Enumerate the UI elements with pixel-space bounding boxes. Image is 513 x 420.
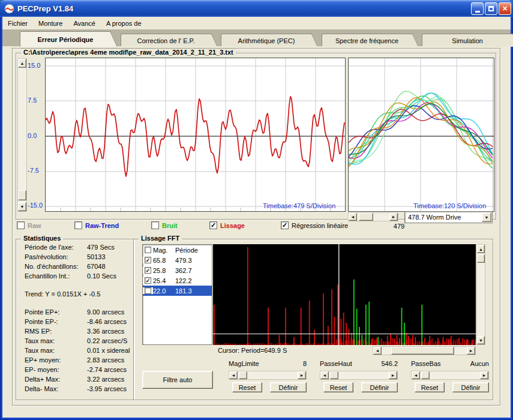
stat-label: Taux max: xyxy=(25,337,55,344)
vscroll-thumb[interactable] xyxy=(18,190,26,200)
maglimite-slider-right-icon[interactable]: ► xyxy=(298,371,306,379)
fft-vscroll-thumb[interactable] xyxy=(477,254,485,263)
fft-scroll-up-icon[interactable]: ▲ xyxy=(477,245,485,253)
scroll-left-icon[interactable]: ◄ xyxy=(349,213,357,221)
stats-title: Statistiques xyxy=(21,235,63,242)
checkbox-icon[interactable] xyxy=(17,221,25,229)
y-tick-label: -15.0 xyxy=(28,202,44,209)
filtre-auto-button[interactable]: Filtre auto xyxy=(142,371,213,389)
checkbox-icon[interactable] xyxy=(151,221,159,229)
tab-strip: Erreur PériodiqueCorrection de l' E.P.Ar… xyxy=(2,29,511,46)
checkbox-icon[interactable]: ✓ xyxy=(281,221,289,229)
title-bar[interactable]: PECPrep V1.84 ✕ xyxy=(0,0,513,17)
row-checkbox[interactable]: ✓ xyxy=(145,257,151,263)
filter-checkbox-lissage[interactable]: ✓Lissage xyxy=(209,221,245,229)
fft-scroll-left-icon[interactable]: ◄ xyxy=(373,347,382,355)
passebas-slider[interactable]: ◄► xyxy=(411,371,489,380)
fft-table-row[interactable]: ✓22.0181.3 xyxy=(143,286,212,296)
menu-item-avanc-[interactable]: Avancé xyxy=(68,19,101,28)
passehaut-slider-left-icon[interactable]: ◄ xyxy=(320,371,329,379)
filter-checkbox-bruit[interactable]: Bruit xyxy=(151,221,178,229)
fft-scroll-down-icon[interactable]: ▼ xyxy=(477,336,485,344)
scroll-right-icon[interactable]: ► xyxy=(389,213,398,221)
fft-scroll-right-icon[interactable]: ► xyxy=(467,347,475,355)
stat-label: RMS EP: xyxy=(25,328,52,335)
stat-row: No. d'échantillons:67048 xyxy=(25,263,130,272)
tab-erreur-p-riodique[interactable]: Erreur Périodique xyxy=(20,31,111,47)
passebas-definir-button[interactable]: Définir xyxy=(452,382,489,392)
menu-item-fichier[interactable]: Fichier xyxy=(2,19,33,28)
fft-table-row[interactable]: ✓25.4122.2 xyxy=(143,275,212,286)
minimize-button[interactable] xyxy=(471,2,484,15)
fft-spectrum-chart[interactable] xyxy=(213,244,476,345)
dropdown-arrow-icon[interactable]: ▼ xyxy=(482,212,491,222)
passehaut-definir-button[interactable]: Définir xyxy=(361,382,398,392)
passebas-slider-left-icon[interactable]: ◄ xyxy=(412,371,420,379)
stat-label: Période de l'axe: xyxy=(25,244,74,251)
row-checkbox[interactable]: ✓ xyxy=(145,277,151,284)
maximize-button[interactable] xyxy=(485,2,497,15)
menu-item-monture[interactable]: Monture xyxy=(33,19,68,28)
scroll-up-icon[interactable]: ▲ xyxy=(18,59,26,68)
col-header-mag[interactable]: Mag. xyxy=(153,247,175,254)
maglimite-value: 8 xyxy=(271,360,307,367)
row-checkbox[interactable]: ✓ xyxy=(145,287,151,294)
fft-table-row[interactable]: ✓25.8362.7 xyxy=(143,265,212,275)
menu-item-a-propos-de[interactable]: A propos de xyxy=(101,19,147,28)
stat-value: -2.74 arcsecs xyxy=(87,366,127,373)
cycle-scrollbar[interactable]: ◄ ► xyxy=(348,212,398,221)
stat-row: Taux max:0.22 arcsec/S xyxy=(25,337,130,347)
close-icon: ✕ xyxy=(502,5,508,13)
fft-hscrollbar[interactable]: ◄ ► xyxy=(373,346,476,355)
tab-spectre-de-fr-quence[interactable]: Spectre de fréquence xyxy=(322,34,413,47)
stat-row: Pas/révolution:50133 xyxy=(25,253,130,263)
passehaut-label: PasseHaut xyxy=(320,360,352,367)
tab-correction-de-l-e-p-[interactable]: Correction de l' E.P. xyxy=(121,34,212,47)
stat-value: 479 Secs xyxy=(87,244,115,251)
y-tick-label: 15.0 xyxy=(28,62,44,69)
passehaut-reset-button[interactable]: Reset xyxy=(323,382,353,392)
tab-arithm-tique-pec-[interactable]: Arithmétique (PEC) xyxy=(221,34,312,47)
worm-period-value: 479 xyxy=(387,223,411,230)
y-tick-label: 7.5 xyxy=(28,97,44,104)
passehaut-slider-right-icon[interactable]: ► xyxy=(389,371,397,379)
fft-table-row[interactable]: ✓65.8479.3 xyxy=(143,255,212,265)
passehaut-slider-thumb[interactable] xyxy=(330,371,338,379)
fft-hscroll-thumb[interactable] xyxy=(391,347,454,355)
passehaut-slider[interactable]: ◄► xyxy=(320,371,398,380)
stat-label: Delta+ Max: xyxy=(25,376,60,383)
maglimite-slider[interactable]: ◄► xyxy=(229,371,307,380)
passebas-slider-right-icon[interactable]: ► xyxy=(480,371,488,379)
scroll-down-icon[interactable]: ▼ xyxy=(18,202,26,211)
filter-checkbox-raw-trend[interactable]: Raw-Trend xyxy=(74,221,119,229)
passebas-reset-button[interactable]: Reset xyxy=(415,382,445,392)
maglimite-definir-button[interactable]: Définir xyxy=(270,382,307,392)
tab-simulation[interactable]: Simulation xyxy=(422,34,513,47)
worm-cycles-chart xyxy=(348,58,494,212)
checkbox-icon[interactable] xyxy=(74,221,82,229)
filter-checkbox-r-gression-lin-aire[interactable]: ✓Régression linéaire xyxy=(281,221,348,229)
stats-group-box: Statistiques Période de l'axe:479 SecsPa… xyxy=(16,239,134,400)
row-checkbox[interactable]: ✓ xyxy=(145,267,151,274)
stat-value: -3.95 arcsecs xyxy=(87,385,127,392)
maglimite-slider-left-icon[interactable]: ◄ xyxy=(229,371,238,379)
stat-value: 3.36 arcsecs xyxy=(87,328,124,335)
header-checkbox[interactable] xyxy=(145,247,151,253)
checkbox-icon[interactable]: ✓ xyxy=(209,221,217,229)
fft-component-table[interactable]: Mag.Période✓65.8479.3✓25.8362.7✓25.4122.… xyxy=(142,244,212,345)
stat-row: Pointe EP-:-8.46 arcsecs xyxy=(25,318,130,328)
minimize-icon xyxy=(475,11,480,13)
passebas-slider-thumb[interactable] xyxy=(421,371,430,379)
worm-drive-combobox[interactable]: 478.7 Worm Drive ▼ xyxy=(404,211,493,223)
filter-checkbox-raw[interactable]: Raw xyxy=(17,221,41,229)
fft-vscrollbar[interactable]: ▲ ▼ xyxy=(476,244,485,345)
close-button[interactable]: ✕ xyxy=(499,2,511,15)
col-header-periode[interactable]: Période xyxy=(175,247,198,254)
main-chart-vscrollbar[interactable]: ▲ ▼ xyxy=(17,58,27,212)
stat-value: 0.10 Secs xyxy=(87,272,116,280)
cycle-scroll-thumb[interactable] xyxy=(359,213,373,221)
maglimite-slider-thumb[interactable] xyxy=(239,371,247,379)
maglimite-reset-button[interactable]: Reset xyxy=(232,382,262,392)
stat-row: Delta- Max:-3.95 arcsecs xyxy=(25,385,130,395)
stat-row: Pointe EP+:9.00 arcsecs xyxy=(25,308,130,318)
